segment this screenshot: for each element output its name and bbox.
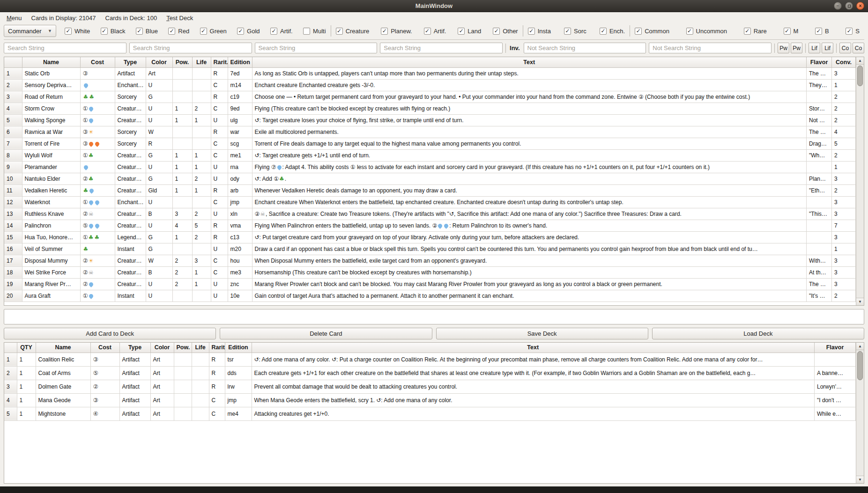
- deck-header-cost[interactable]: Cost: [90, 343, 119, 353]
- card-header-conv[interactable]: Conv.: [832, 57, 856, 67]
- deck-table-scrollbar[interactable]: ▲ ▼: [856, 343, 864, 483]
- deck-corner[interactable]: [4, 343, 17, 353]
- card-row-20[interactable]: 20Aura Graft①InstantUU10eGain control of…: [4, 290, 856, 302]
- row-number[interactable]: 1: [4, 67, 22, 79]
- deck-header-color[interactable]: Color: [150, 343, 174, 353]
- lif-button-2[interactable]: Lif: [822, 43, 833, 53]
- checkbox-spells-ench[interactable]: ✓Ench.: [600, 28, 625, 35]
- card-entry-input[interactable]: [4, 309, 864, 324]
- row-number[interactable]: 2: [4, 366, 17, 380]
- deck-header-name[interactable]: Name: [36, 343, 90, 353]
- row-number[interactable]: 4: [4, 393, 17, 407]
- row-number[interactable]: 12: [4, 196, 22, 208]
- card-row-13[interactable]: 13Ruthless Knave②☠Creatur…B32Uxln②☠, Sac…: [4, 208, 856, 220]
- deck-row-1[interactable]: 11Coalition Relic③ArtifactArtRtsr↺: Add …: [4, 353, 856, 366]
- row-number[interactable]: 9: [4, 161, 22, 173]
- row-number[interactable]: 8: [4, 149, 22, 161]
- card-row-18[interactable]: 18Wei Strike Force②☠Creatur…B21Cme3Horse…: [4, 266, 856, 278]
- card-row-11[interactable]: 11Vedalken Heretic♣Creatur…Gld11RarbWhen…: [4, 184, 856, 196]
- checkbox-spells-sorc[interactable]: ✓Sorc: [564, 28, 586, 35]
- maximize-button[interactable]: [845, 2, 853, 10]
- scroll-down-icon[interactable]: ▼: [856, 476, 864, 483]
- deck-header-text[interactable]: Text: [252, 343, 815, 353]
- search-input-2[interactable]: [129, 43, 252, 53]
- deck-header-pow[interactable]: Pow.: [174, 343, 192, 353]
- scroll-up-icon[interactable]: ▲: [856, 57, 864, 65]
- deck-header-rarit[interactable]: Rarit.: [209, 343, 225, 353]
- row-number[interactable]: 11: [4, 184, 22, 196]
- checkbox-colors-white[interactable]: ✓White: [65, 28, 90, 35]
- search-input-1[interactable]: [4, 43, 126, 53]
- card-header-life[interactable]: Life: [192, 57, 211, 67]
- card-row-15[interactable]: 15Hua Tuo, Honore…①♣♣Legend…G12Rc13↺: Pu…: [4, 231, 856, 243]
- card-header-text[interactable]: Text: [252, 57, 807, 67]
- row-number[interactable]: 3: [4, 380, 17, 393]
- checkbox-types-planew[interactable]: ✓Planew.: [381, 28, 412, 35]
- deck-row-4[interactable]: 41Mana Geode③ArtifactArtCjmpWhen Mana Ge…: [4, 393, 856, 407]
- lif-button-1[interactable]: Lif: [809, 43, 820, 53]
- card-row-6[interactable]: 6Ravnica at War③☀SorceryWRwarExile all m…: [4, 126, 856, 138]
- checkbox-colors-red[interactable]: ✓Red: [168, 28, 189, 35]
- delete-card-button[interactable]: Delete Card: [220, 328, 432, 339]
- row-number[interactable]: 7: [4, 138, 22, 149]
- row-number[interactable]: 14: [4, 220, 22, 231]
- close-button[interactable]: ×: [856, 2, 864, 10]
- card-row-9[interactable]: 9PteramanderCreatur…U11UrnaFlying ⑦: Ada…: [4, 161, 856, 173]
- not-search-input-1[interactable]: [524, 43, 646, 53]
- checkbox-rarities-b[interactable]: ✓B: [815, 28, 829, 35]
- deck-row-5[interactable]: 51Mightstone④ArtifactArtCme4Attacking cr…: [4, 407, 856, 420]
- card-row-16[interactable]: 16Veil of Summer♣InstantGUm20Draw a card…: [4, 243, 856, 255]
- row-number[interactable]: 6: [4, 126, 22, 138]
- row-number[interactable]: 1: [4, 353, 17, 366]
- save-deck-button[interactable]: Save Deck: [436, 328, 648, 339]
- deck-header-qty[interactable]: QTY: [17, 343, 36, 353]
- row-number[interactable]: 2: [4, 79, 22, 91]
- deck-header-life[interactable]: Life: [192, 343, 209, 353]
- menu-item-menu[interactable]: Menu: [3, 14, 26, 22]
- co-button-2[interactable]: Co: [853, 43, 864, 53]
- menu-item-test-deck[interactable]: Test Deck: [163, 14, 197, 22]
- checkbox-types-other[interactable]: ✓Other: [493, 28, 518, 35]
- scroll-down-icon[interactable]: ▼: [856, 298, 864, 305]
- checkbox-colors-blue[interactable]: ✓Blue: [136, 28, 158, 35]
- pw-button-1[interactable]: Pw: [778, 43, 789, 53]
- checkbox-spells-insta[interactable]: ✓Insta: [528, 28, 551, 35]
- deck-row-2[interactable]: 21Coat of Arms⑤ArtifactArtRddsEach creat…: [4, 366, 856, 380]
- search-input-4[interactable]: [380, 43, 503, 53]
- card-row-14[interactable]: 14Palinchron⑤Creatur…U45RvmaFlying When …: [4, 220, 856, 231]
- search-input-3[interactable]: [255, 43, 378, 53]
- checkbox-rarities-common[interactable]: ✓Common: [635, 28, 669, 35]
- checkbox-rarities-uncommon[interactable]: ✓Uncommon: [686, 28, 727, 35]
- row-number[interactable]: 19: [4, 278, 22, 290]
- checkbox-rarities-rare[interactable]: ✓Rare: [744, 28, 767, 35]
- card-row-10[interactable]: 10Nantuko Elder②♣Creatur…G12Uody↺: Add ①…: [4, 173, 856, 184]
- card-header-edition[interactable]: Edition: [228, 57, 252, 67]
- scroll-track[interactable]: [856, 65, 864, 298]
- deck-header-type[interactable]: Type: [119, 343, 150, 353]
- scroll-up-icon[interactable]: ▲: [856, 343, 864, 350]
- checkbox-types-artif[interactable]: ✓Artif.: [424, 28, 446, 35]
- checkbox-colors-green[interactable]: ✓Green: [200, 28, 227, 35]
- checkbox-types-creature[interactable]: ✓Creature: [336, 28, 370, 35]
- checkbox-colors-black[interactable]: ✓Black: [101, 28, 126, 35]
- checkbox-rarities-m[interactable]: ✓M: [784, 28, 799, 35]
- minimize-button[interactable]: −: [834, 2, 842, 10]
- checkbox-colors-multi[interactable]: Multi: [303, 28, 326, 35]
- row-number[interactable]: 4: [4, 103, 22, 114]
- deck-header-edition[interactable]: Edition: [225, 343, 252, 353]
- checkbox-types-land[interactable]: ✓Land: [458, 28, 481, 35]
- row-number[interactable]: 20: [4, 290, 22, 302]
- card-row-1[interactable]: 1Static Orb③ArtifactArtR7edAs long as St…: [4, 67, 856, 79]
- card-row-19[interactable]: 19Marang River Pr…②Creatur…U21UzncMarang…: [4, 278, 856, 290]
- scroll-track[interactable]: [856, 350, 864, 476]
- card-row-4[interactable]: 4Storm Crow①Creatur…U12C9edFlying (This …: [4, 103, 856, 114]
- card-header-name[interactable]: Name: [22, 57, 80, 67]
- card-row-12[interactable]: 12Waterknot①Enchant…UCjmpEnchant creatur…: [4, 196, 856, 208]
- card-row-7[interactable]: 7Torrent of Fire③SorceryRCscgTorrent of …: [4, 138, 856, 149]
- scroll-thumb[interactable]: [857, 66, 863, 86]
- not-search-input-2[interactable]: [649, 43, 772, 53]
- row-number[interactable]: 18: [4, 266, 22, 278]
- scroll-thumb[interactable]: [857, 351, 863, 380]
- card-row-3[interactable]: 3Road of Return♣♣SorceryGRc19Choose one …: [4, 91, 856, 103]
- card-row-2[interactable]: 2Sensory Depriva…Enchant…UCm14Enchant cr…: [4, 79, 856, 91]
